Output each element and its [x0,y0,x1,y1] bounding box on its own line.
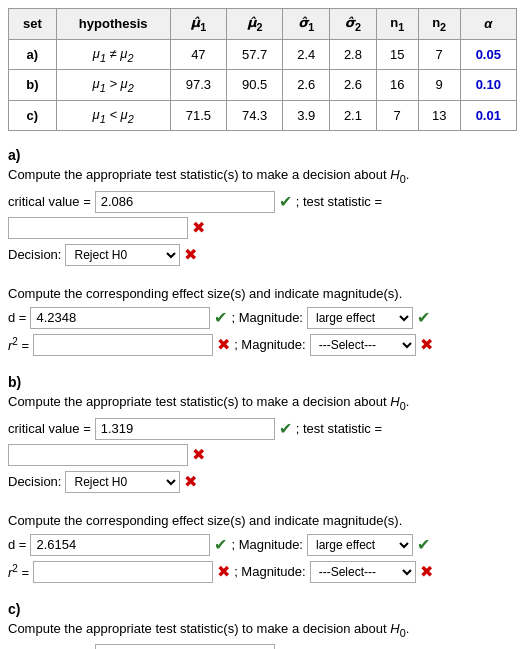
table-row: c)μ1 < μ271.574.33.92.17130.01 [9,100,517,131]
x-icon-a-decision[interactable]: ✖ [184,245,197,264]
check-icon-b-magnitude[interactable]: ✔ [417,535,430,554]
d-label-b: d = [8,537,26,552]
col-n1: n1 [376,9,418,40]
decision-label-a: Decision: [8,247,61,262]
col-mu2: μ̂2 [227,9,283,40]
x-icon-b-decision[interactable]: ✖ [184,472,197,491]
magnitude2-label-a: ; Magnitude: [234,337,306,352]
critical-value-input-c[interactable] [95,644,275,649]
col-sigma1: σ̂1 [283,9,330,40]
section-a-label: a) [8,147,517,163]
table-cell: 2.6 [283,70,330,101]
r2-input-b[interactable] [33,561,213,583]
x-icon-a-test[interactable]: ✖ [192,218,205,237]
section-a: a) Compute the appropriate test statisti… [8,147,517,356]
table-cell: a) [9,39,57,70]
col-n2: n2 [418,9,460,40]
section-a-text2: Compute the corresponding effect size(s)… [8,286,517,301]
col-mu1: μ̂1 [170,9,226,40]
r2-label-b: r2 = [8,563,29,580]
test-statistic-input-a[interactable] [8,217,188,239]
table-cell: 16 [376,70,418,101]
check-icon-b-d[interactable]: ✔ [214,535,227,554]
table-row: b)μ1 > μ297.390.52.62.61690.10 [9,70,517,101]
section-a-d-row: d = ✔ ; Magnitude: ---Select--- small ef… [8,307,517,329]
magnitude-select-a[interactable]: ---Select--- small effect medium effect … [307,307,413,329]
decision-select-b[interactable]: Reject H0 Fail to reject H0 [65,471,180,493]
table-cell: b) [9,70,57,101]
table-cell: 0.01 [460,100,516,131]
x-icon-b-r2[interactable]: ✖ [217,562,230,581]
section-b-d-row: d = ✔ ; Magnitude: ---Select--- small ef… [8,534,517,556]
section-c-critical-row: critical value = ✔ ; test statistic = ✖ [8,644,517,649]
critical-value-input-b[interactable] [95,418,275,440]
table-cell: 15 [376,39,418,70]
section-b: b) Compute the appropriate test statisti… [8,374,517,583]
col-sigma2: σ̂2 [330,9,377,40]
table-cell: μ1 > μ2 [56,70,170,101]
section-c-text1: Compute the appropriate test statistic(s… [8,621,517,639]
section-a-r2-row: r2 = ✖ ; Magnitude: ---Select--- small e… [8,334,517,356]
decision-label-b: Decision: [8,474,61,489]
table-row: a)μ1 ≠ μ24757.72.42.81570.05 [9,39,517,70]
section-b-critical-row: critical value = ✔ ; test statistic = ✖ [8,418,517,466]
table-cell: 2.4 [283,39,330,70]
critical-value-input-a[interactable] [95,191,275,213]
section-a-critical-row: critical value = ✔ ; test statistic = ✖ [8,191,517,239]
x-icon-b-test[interactable]: ✖ [192,445,205,464]
check-icon-c-critical[interactable]: ✔ [279,646,292,649]
section-b-text2: Compute the corresponding effect size(s)… [8,513,517,528]
d-label-a: d = [8,310,26,325]
check-icon-b-critical[interactable]: ✔ [279,419,292,438]
table-cell: 74.3 [227,100,283,131]
section-c: c) Compute the appropriate test statisti… [8,601,517,649]
table-cell: μ1 ≠ μ2 [56,39,170,70]
magnitude-label-b: ; Magnitude: [231,537,303,552]
section-a-decision-row: Decision: Reject H0 Fail to reject H0 ✖ [8,244,517,266]
table-cell: 7 [376,100,418,131]
col-set: set [9,9,57,40]
magnitude2-select-a[interactable]: ---Select--- small effect medium effect … [310,334,416,356]
table-cell: 13 [418,100,460,131]
critical-value-label-b: critical value = [8,421,91,436]
col-alpha: α [460,9,516,40]
table-cell: 47 [170,39,226,70]
table-cell: μ1 < μ2 [56,100,170,131]
r2-label-a: r2 = [8,336,29,353]
table-cell: c) [9,100,57,131]
section-a-text1: Compute the appropriate test statistic(s… [8,167,517,185]
magnitude2-label-b: ; Magnitude: [234,564,306,579]
r2-input-a[interactable] [33,334,213,356]
table-cell: 7 [418,39,460,70]
magnitude-label-a: ; Magnitude: [231,310,303,325]
critical-value-label-a: critical value = [8,194,91,209]
table-cell: 71.5 [170,100,226,131]
table-cell: 2.1 [330,100,377,131]
check-icon-a-critical[interactable]: ✔ [279,192,292,211]
table-cell: 0.10 [460,70,516,101]
check-icon-a-d[interactable]: ✔ [214,308,227,327]
test-statistic-input-b[interactable] [8,444,188,466]
table-cell: 90.5 [227,70,283,101]
x-icon-a-r2[interactable]: ✖ [217,335,230,354]
check-icon-a-magnitude[interactable]: ✔ [417,308,430,327]
table-cell: 97.3 [170,70,226,101]
x-icon-b-magnitude2[interactable]: ✖ [420,562,433,581]
section-c-label: c) [8,601,517,617]
section-b-r2-row: r2 = ✖ ; Magnitude: ---Select--- small e… [8,561,517,583]
table-cell: 2.6 [330,70,377,101]
section-b-decision-row: Decision: Reject H0 Fail to reject H0 ✖ [8,471,517,493]
decision-select-a[interactable]: Reject H0 Fail to reject H0 [65,244,180,266]
table-cell: 9 [418,70,460,101]
table-cell: 2.8 [330,39,377,70]
table-cell: 0.05 [460,39,516,70]
test-statistic-label-a: ; test statistic = [296,194,382,209]
d-input-b[interactable] [30,534,210,556]
col-hypothesis: hypothesis [56,9,170,40]
table-cell: 57.7 [227,39,283,70]
magnitude2-select-b[interactable]: ---Select--- small effect medium effect … [310,561,416,583]
x-icon-a-magnitude2[interactable]: ✖ [420,335,433,354]
d-input-a[interactable] [30,307,210,329]
hypothesis-table: set hypothesis μ̂1 μ̂2 σ̂1 σ̂2 n1 n2 α a… [8,8,517,131]
magnitude-select-b[interactable]: ---Select--- small effect medium effect … [307,534,413,556]
